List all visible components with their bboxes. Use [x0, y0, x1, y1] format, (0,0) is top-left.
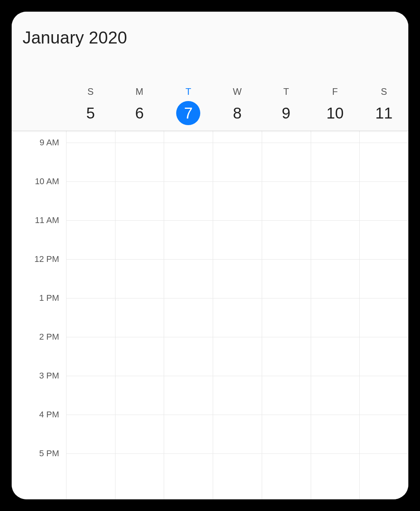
time-label: 10 AM [35, 176, 59, 187]
day-column-8[interactable] [213, 131, 262, 499]
day-column-10[interactable] [311, 131, 360, 499]
day-columns [66, 131, 408, 499]
day-header-10[interactable]: F10 [311, 86, 360, 125]
time-labels-gutter: 9 AM10 AM11 AM12 PM1 PM2 PM3 PM4 PM5 PM [12, 131, 66, 499]
day-number-today[interactable]: 7 [176, 101, 200, 125]
day-of-week-label: W [233, 86, 242, 97]
time-label: 9 AM [40, 138, 59, 148]
day-number[interactable]: 8 [225, 101, 249, 125]
day-of-week-label: F [332, 86, 338, 97]
day-column-11[interactable] [359, 131, 408, 499]
day-number[interactable]: 9 [274, 101, 298, 125]
calendar-header: January 2020 [12, 12, 408, 51]
day-header-7[interactable]: T7 [164, 86, 213, 125]
day-number[interactable]: 6 [128, 101, 152, 125]
day-number-wrap: 9 [274, 101, 298, 125]
day-header-9[interactable]: T9 [262, 86, 311, 125]
day-header-11[interactable]: S11 [359, 86, 408, 125]
day-of-week-label: S [88, 86, 94, 97]
day-number-wrap: 6 [128, 101, 152, 125]
day-column-9[interactable] [262, 131, 311, 499]
day-column-6[interactable] [115, 131, 164, 499]
day-number[interactable]: 10 [323, 101, 347, 125]
time-gutter-header [12, 86, 66, 125]
calendar-week-view: January 2020 S5M6T7W8T9F10S11 9 AM10 AM1… [12, 12, 408, 499]
day-of-week-label: S [381, 86, 387, 97]
time-label: 4 PM [39, 410, 59, 420]
time-label: 11 AM [35, 215, 59, 225]
day-column-5[interactable] [66, 131, 115, 499]
day-of-week-label: T [186, 86, 191, 97]
calendar-title[interactable]: January 2020 [23, 28, 397, 47]
day-of-week-label: M [136, 86, 144, 97]
day-number-wrap: 11 [372, 101, 396, 125]
day-number-wrap: 8 [225, 101, 249, 125]
day-number-wrap: 5 [79, 101, 103, 125]
day-number[interactable]: 5 [79, 101, 103, 125]
day-of-week-label: T [283, 86, 289, 97]
week-day-header-row: S5M6T7W8T9F10S11 [12, 51, 408, 131]
day-number-wrap: 7 [176, 101, 200, 125]
time-label: 2 PM [39, 332, 59, 342]
time-label: 3 PM [39, 371, 59, 381]
day-number[interactable]: 11 [372, 101, 396, 125]
day-header-6[interactable]: M6 [115, 86, 164, 125]
time-label: 1 PM [39, 293, 59, 303]
day-header-5[interactable]: S5 [66, 86, 115, 125]
time-grid: 9 AM10 AM11 AM12 PM1 PM2 PM3 PM4 PM5 PM [12, 131, 408, 499]
day-number-wrap: 10 [323, 101, 347, 125]
time-grid-scroll[interactable]: 9 AM10 AM11 AM12 PM1 PM2 PM3 PM4 PM5 PM [12, 131, 408, 499]
day-header-8[interactable]: W8 [213, 86, 262, 125]
day-column-7[interactable] [164, 131, 213, 499]
time-label: 5 PM [39, 448, 59, 459]
time-label: 12 PM [34, 254, 59, 264]
